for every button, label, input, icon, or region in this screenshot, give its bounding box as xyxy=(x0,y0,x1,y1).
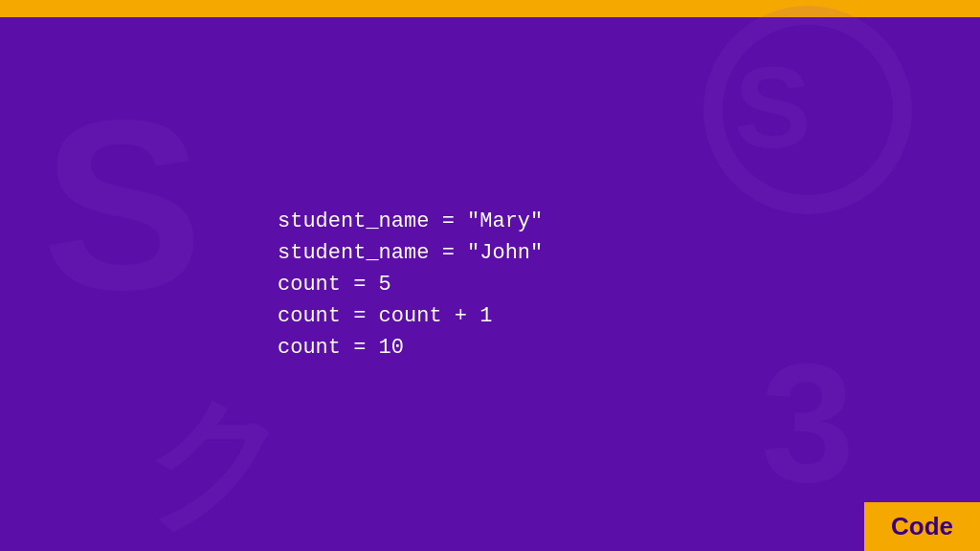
code-line-4: count = 10 xyxy=(278,332,543,364)
top-bar xyxy=(0,0,980,17)
code-block: student_name = "Mary"student_name = "Joh… xyxy=(278,206,543,364)
content-area: student_name = "Mary"student_name = "Joh… xyxy=(0,17,980,551)
code-line-0: student_name = "Mary" xyxy=(278,206,543,237)
code-line-2: count = 5 xyxy=(278,269,543,300)
slide: S S 3 ク student_name = "Mary"student_nam… xyxy=(0,0,980,551)
code-line-1: student_name = "John" xyxy=(278,237,543,269)
code-line-3: count = count + 1 xyxy=(278,300,543,332)
bottom-label: Code xyxy=(864,502,980,551)
